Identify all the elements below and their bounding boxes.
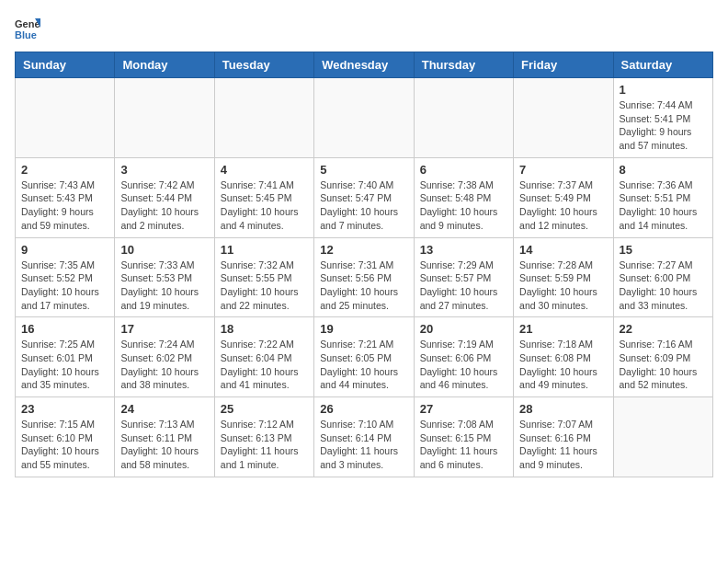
day-info: Sunrise: 7:35 AM Sunset: 5:52 PM Dayligh… — [21, 259, 108, 313]
calendar-cell: 21Sunrise: 7:18 AM Sunset: 6:08 PM Dayli… — [514, 317, 613, 397]
day-number: 17 — [120, 322, 208, 336]
calendar-cell — [514, 78, 613, 158]
calendar-weekday-sunday: Sunday — [16, 52, 115, 78]
calendar-cell — [115, 78, 214, 158]
day-info: Sunrise: 7:15 AM Sunset: 6:10 PM Dayligh… — [21, 418, 108, 472]
day-info: Sunrise: 7:40 AM Sunset: 5:47 PM Dayligh… — [320, 178, 407, 233]
day-info: Sunrise: 7:38 AM Sunset: 5:48 PM Dayligh… — [420, 178, 507, 233]
day-info: Sunrise: 7:29 AM Sunset: 5:57 PM Dayligh… — [420, 259, 507, 313]
calendar-week-row: 2Sunrise: 7:43 AM Sunset: 5:43 PM Daylig… — [16, 157, 713, 237]
calendar-cell: 18Sunrise: 7:22 AM Sunset: 6:04 PM Dayli… — [214, 317, 313, 397]
day-info: Sunrise: 7:21 AM Sunset: 6:05 PM Dayligh… — [320, 338, 407, 392]
calendar-cell: 14Sunrise: 7:28 AM Sunset: 5:59 PM Dayli… — [514, 237, 613, 317]
calendar-cell — [613, 397, 712, 477]
calendar-cell — [314, 78, 414, 158]
calendar-cell: 10Sunrise: 7:33 AM Sunset: 5:53 PM Dayli… — [115, 237, 214, 317]
calendar-cell: 12Sunrise: 7:31 AM Sunset: 5:56 PM Dayli… — [314, 237, 414, 317]
calendar-week-row: 1Sunrise: 7:44 AM Sunset: 5:41 PM Daylig… — [16, 78, 713, 158]
day-number: 26 — [320, 402, 407, 416]
day-number: 8 — [620, 163, 707, 177]
day-number: 12 — [320, 243, 407, 257]
calendar-cell: 2Sunrise: 7:43 AM Sunset: 5:43 PM Daylig… — [16, 157, 115, 237]
day-info: Sunrise: 7:12 AM Sunset: 6:13 PM Dayligh… — [221, 418, 308, 472]
calendar-cell: 5Sunrise: 7:40 AM Sunset: 5:47 PM Daylig… — [314, 157, 414, 237]
day-number: 18 — [221, 322, 308, 336]
day-number: 10 — [120, 243, 208, 257]
day-info: Sunrise: 7:08 AM Sunset: 6:15 PM Dayligh… — [420, 418, 507, 472]
day-number: 23 — [21, 402, 108, 416]
day-number: 19 — [320, 322, 407, 336]
day-info: Sunrise: 7:18 AM Sunset: 6:08 PM Dayligh… — [519, 338, 607, 392]
day-info: Sunrise: 7:16 AM Sunset: 6:09 PM Dayligh… — [620, 338, 707, 392]
day-info: Sunrise: 7:31 AM Sunset: 5:56 PM Dayligh… — [320, 259, 407, 313]
calendar-cell: 1Sunrise: 7:44 AM Sunset: 5:41 PM Daylig… — [613, 78, 712, 158]
calendar-weekday-thursday: Thursday — [414, 52, 513, 78]
day-number: 2 — [21, 163, 108, 177]
day-number: 1 — [620, 83, 707, 97]
day-info: Sunrise: 7:44 AM Sunset: 5:41 PM Dayligh… — [620, 98, 707, 153]
day-number: 27 — [420, 402, 507, 416]
calendar-cell: 3Sunrise: 7:42 AM Sunset: 5:44 PM Daylig… — [115, 157, 214, 237]
calendar-cell: 28Sunrise: 7:07 AM Sunset: 6:16 PM Dayli… — [514, 397, 613, 477]
calendar-table: SundayMondayTuesdayWednesdayThursdayFrid… — [15, 52, 713, 477]
calendar-cell: 26Sunrise: 7:10 AM Sunset: 6:14 PM Dayli… — [314, 397, 414, 477]
day-info: Sunrise: 7:36 AM Sunset: 5:51 PM Dayligh… — [620, 178, 707, 233]
calendar-cell: 24Sunrise: 7:13 AM Sunset: 6:11 PM Dayli… — [115, 397, 214, 477]
day-number: 28 — [519, 402, 607, 416]
day-number: 13 — [420, 243, 507, 257]
day-number: 24 — [120, 402, 208, 416]
day-number: 16 — [21, 322, 108, 336]
calendar-cell: 9Sunrise: 7:35 AM Sunset: 5:52 PM Daylig… — [16, 237, 115, 317]
day-info: Sunrise: 7:37 AM Sunset: 5:49 PM Dayligh… — [519, 178, 607, 233]
day-number: 7 — [519, 163, 607, 177]
calendar-cell — [414, 78, 513, 158]
calendar-cell: 20Sunrise: 7:19 AM Sunset: 6:06 PM Dayli… — [414, 317, 513, 397]
calendar-weekday-wednesday: Wednesday — [314, 52, 414, 78]
page-header: General Blue — [15, 15, 713, 40]
day-number: 5 — [320, 163, 407, 177]
calendar-weekday-saturday: Saturday — [613, 52, 712, 78]
day-info: Sunrise: 7:19 AM Sunset: 6:06 PM Dayligh… — [420, 338, 507, 392]
logo: General Blue — [15, 15, 44, 40]
day-info: Sunrise: 7:43 AM Sunset: 5:43 PM Dayligh… — [21, 178, 108, 233]
day-info: Sunrise: 7:24 AM Sunset: 6:02 PM Dayligh… — [120, 338, 208, 392]
calendar-cell — [214, 78, 313, 158]
calendar-cell — [16, 78, 115, 158]
day-info: Sunrise: 7:13 AM Sunset: 6:11 PM Dayligh… — [120, 418, 208, 472]
calendar-cell: 6Sunrise: 7:38 AM Sunset: 5:48 PM Daylig… — [414, 157, 513, 237]
calendar-cell: 25Sunrise: 7:12 AM Sunset: 6:13 PM Dayli… — [214, 397, 313, 477]
day-number: 4 — [221, 163, 308, 177]
day-number: 20 — [420, 322, 507, 336]
day-number: 6 — [420, 163, 507, 177]
calendar-cell: 23Sunrise: 7:15 AM Sunset: 6:10 PM Dayli… — [16, 397, 115, 477]
calendar-cell: 15Sunrise: 7:27 AM Sunset: 6:00 PM Dayli… — [613, 237, 712, 317]
calendar-cell: 13Sunrise: 7:29 AM Sunset: 5:57 PM Dayli… — [414, 237, 513, 317]
day-info: Sunrise: 7:25 AM Sunset: 6:01 PM Dayligh… — [21, 338, 108, 392]
logo-icon: General Blue — [15, 15, 40, 40]
day-info: Sunrise: 7:28 AM Sunset: 5:59 PM Dayligh… — [519, 259, 607, 313]
day-info: Sunrise: 7:07 AM Sunset: 6:16 PM Dayligh… — [519, 418, 607, 472]
calendar-cell: 17Sunrise: 7:24 AM Sunset: 6:02 PM Dayli… — [115, 317, 214, 397]
day-info: Sunrise: 7:10 AM Sunset: 6:14 PM Dayligh… — [320, 418, 407, 472]
calendar-cell: 8Sunrise: 7:36 AM Sunset: 5:51 PM Daylig… — [613, 157, 712, 237]
calendar-cell: 19Sunrise: 7:21 AM Sunset: 6:05 PM Dayli… — [314, 317, 414, 397]
calendar-cell: 11Sunrise: 7:32 AM Sunset: 5:55 PM Dayli… — [214, 237, 313, 317]
day-info: Sunrise: 7:33 AM Sunset: 5:53 PM Dayligh… — [120, 259, 208, 313]
day-number: 21 — [519, 322, 607, 336]
calendar-cell: 22Sunrise: 7:16 AM Sunset: 6:09 PM Dayli… — [613, 317, 712, 397]
day-info: Sunrise: 7:41 AM Sunset: 5:45 PM Dayligh… — [221, 178, 308, 233]
calendar-week-row: 9Sunrise: 7:35 AM Sunset: 5:52 PM Daylig… — [16, 237, 713, 317]
calendar-week-row: 16Sunrise: 7:25 AM Sunset: 6:01 PM Dayli… — [16, 317, 713, 397]
day-info: Sunrise: 7:42 AM Sunset: 5:44 PM Dayligh… — [120, 178, 208, 233]
day-number: 11 — [221, 243, 308, 257]
calendar-cell: 16Sunrise: 7:25 AM Sunset: 6:01 PM Dayli… — [16, 317, 115, 397]
calendar-header-row: SundayMondayTuesdayWednesdayThursdayFrid… — [16, 52, 713, 78]
calendar-week-row: 23Sunrise: 7:15 AM Sunset: 6:10 PM Dayli… — [16, 397, 713, 477]
day-number: 15 — [620, 243, 707, 257]
day-number: 25 — [221, 402, 308, 416]
day-info: Sunrise: 7:32 AM Sunset: 5:55 PM Dayligh… — [221, 259, 308, 313]
calendar-cell: 7Sunrise: 7:37 AM Sunset: 5:49 PM Daylig… — [514, 157, 613, 237]
calendar-weekday-tuesday: Tuesday — [214, 52, 313, 78]
calendar-weekday-friday: Friday — [514, 52, 613, 78]
day-number: 9 — [21, 243, 108, 257]
